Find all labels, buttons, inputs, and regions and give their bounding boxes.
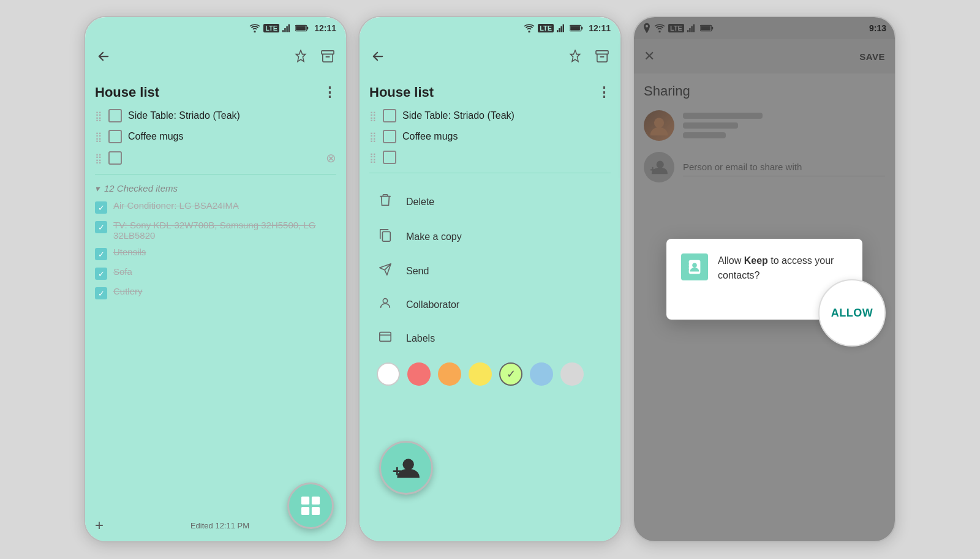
labels-icon bbox=[377, 330, 394, 347]
battery-icon-2 bbox=[570, 24, 583, 32]
color-white[interactable] bbox=[377, 362, 400, 386]
labels-menu-item[interactable]: Labels bbox=[360, 321, 620, 355]
checkbox[interactable] bbox=[383, 151, 396, 164]
back-button-1[interactable] bbox=[92, 45, 115, 67]
more-button-2[interactable]: ⋮ bbox=[597, 84, 611, 100]
svg-rect-12 bbox=[557, 30, 558, 32]
checkbox[interactable] bbox=[108, 130, 122, 143]
svg-rect-18 bbox=[570, 26, 580, 30]
checkbox[interactable] bbox=[108, 109, 122, 122]
list-item: ⣿ Coffee mugs bbox=[90, 126, 341, 147]
color-yellow[interactable] bbox=[469, 362, 492, 386]
archive-button-2[interactable] bbox=[591, 45, 613, 67]
svg-rect-2 bbox=[287, 26, 288, 32]
svg-rect-15 bbox=[563, 24, 564, 32]
signal-icon-1 bbox=[282, 24, 292, 32]
checkbox[interactable] bbox=[383, 130, 396, 143]
allow-button[interactable]: ALLOW bbox=[818, 279, 886, 347]
checkbox-checked[interactable]: ✓ bbox=[95, 221, 107, 233]
send-menu-item[interactable]: Send bbox=[360, 254, 620, 288]
checkbox[interactable] bbox=[108, 151, 122, 165]
permissions-dialog: Allow Keep to access your contacts? DENY… bbox=[666, 239, 862, 320]
more-button-1[interactable]: ⋮ bbox=[323, 84, 336, 100]
list-item: ⣿ Side Table: Striado (Teak) bbox=[364, 105, 616, 126]
checked-count: 12 Checked items bbox=[104, 183, 178, 193]
list-item: ✓ Air Conditioner: LG BSA24IMA bbox=[90, 197, 341, 217]
checked-section-toggle[interactable]: ▾ 12 Checked items bbox=[85, 179, 346, 197]
dialog-body: Allow Keep to access your contacts? bbox=[681, 253, 848, 283]
color-blue[interactable] bbox=[530, 362, 553, 386]
collaborator-menu-item[interactable]: Collaborator bbox=[360, 288, 620, 321]
checklist-2: ⣿ Side Table: Striado (Teak) ⣿ Coffee mu… bbox=[360, 105, 620, 168]
drag-handle[interactable]: ⣿ bbox=[369, 110, 377, 122]
time-1: 12:11 bbox=[314, 23, 336, 33]
list-item: ⣿ ⊗ bbox=[90, 147, 341, 169]
color-orange[interactable] bbox=[438, 362, 461, 386]
checkbox[interactable] bbox=[383, 109, 396, 122]
checkbox-checked[interactable]: ✓ bbox=[95, 201, 107, 214]
checklist-1: ⣿ Side Table: Striado (Teak) ⣿ Coffee mu… bbox=[85, 105, 346, 169]
drag-handle[interactable]: ⣿ bbox=[95, 131, 102, 143]
svg-rect-1 bbox=[284, 28, 285, 32]
edited-text-1: Edited 12:11 PM bbox=[190, 521, 249, 530]
screen3-frame: LTE 9:13 ✕ SAVE Sharing bbox=[633, 16, 896, 542]
lte-badge-2: LTE bbox=[538, 24, 554, 32]
svg-rect-13 bbox=[559, 28, 560, 32]
pin-button-1[interactable] bbox=[290, 45, 312, 67]
svg-rect-0 bbox=[282, 30, 284, 32]
color-picker: ✓ bbox=[360, 355, 620, 393]
note-content-2: House list ⋮ ⣿ Side Table: Striado (Teak… bbox=[360, 73, 620, 178]
chevron-icon: ▾ bbox=[95, 184, 99, 193]
copy-icon bbox=[377, 228, 394, 246]
note-content-1: House list ⋮ ⣿ Side Table: Striado (Teak… bbox=[85, 73, 346, 541]
list-item: ✓ Sofa bbox=[90, 263, 341, 283]
color-gray[interactable] bbox=[560, 362, 584, 386]
svg-rect-9 bbox=[312, 497, 320, 505]
color-red[interactable] bbox=[407, 362, 431, 386]
svg-rect-14 bbox=[561, 26, 562, 32]
app-bar-2 bbox=[360, 39, 620, 73]
svg-rect-6 bbox=[296, 26, 306, 30]
svg-rect-35 bbox=[687, 263, 689, 264]
fab-button-1[interactable] bbox=[287, 482, 334, 529]
back-button-2[interactable] bbox=[367, 45, 389, 67]
checkbox-checked[interactable]: ✓ bbox=[95, 268, 107, 280]
send-icon bbox=[377, 263, 394, 279]
status-bar-2: LTE 12:11 bbox=[360, 17, 620, 39]
dialog-overlay: Allow Keep to access your contacts? DENY… bbox=[634, 17, 895, 541]
add-person-icon bbox=[393, 456, 420, 479]
svg-rect-7 bbox=[322, 51, 334, 54]
screen2-frame: LTE 12:11 House list bbox=[358, 16, 622, 542]
color-green[interactable]: ✓ bbox=[499, 362, 522, 386]
add-item-button-1[interactable]: + bbox=[95, 517, 104, 534]
list-item: ⣿ Side Table: Striado (Teak) bbox=[90, 105, 341, 126]
checked-items-list: ✓ Air Conditioner: LG BSA24IMA ✓ TV: Son… bbox=[85, 197, 346, 302]
delete-icon bbox=[377, 193, 394, 211]
collaborator-icon bbox=[377, 296, 394, 313]
drag-handle[interactable]: ⣿ bbox=[95, 152, 102, 164]
svg-point-34 bbox=[692, 263, 697, 268]
dialog-text: Allow Keep to access your contacts? bbox=[718, 253, 848, 283]
svg-rect-19 bbox=[596, 51, 608, 54]
svg-rect-3 bbox=[288, 24, 290, 32]
grid-icon bbox=[300, 495, 321, 516]
app-bar-actions-1 bbox=[290, 45, 339, 67]
screen1-frame: LTE 12:11 House list bbox=[84, 16, 347, 542]
delete-item-button[interactable]: ⊗ bbox=[326, 151, 336, 165]
pin-button-2[interactable] bbox=[564, 45, 586, 67]
checkbox-checked[interactable]: ✓ bbox=[95, 248, 107, 260]
divider-2 bbox=[369, 173, 611, 173]
drag-handle[interactable]: ⣿ bbox=[369, 152, 377, 163]
svg-rect-11 bbox=[312, 507, 320, 515]
svg-rect-17 bbox=[581, 27, 582, 30]
archive-button-1[interactable] bbox=[317, 45, 339, 67]
drag-handle[interactable]: ⣿ bbox=[369, 131, 377, 143]
svg-rect-37 bbox=[687, 269, 689, 271]
battery-icon-1 bbox=[295, 24, 309, 32]
collaborator-fab[interactable] bbox=[379, 441, 433, 495]
delete-menu-item[interactable]: Delete bbox=[360, 184, 620, 219]
checkbox-checked[interactable]: ✓ bbox=[95, 287, 107, 299]
copy-menu-item[interactable]: Make a copy bbox=[360, 219, 620, 254]
drag-handle[interactable]: ⣿ bbox=[95, 110, 102, 122]
svg-point-22 bbox=[403, 459, 414, 470]
